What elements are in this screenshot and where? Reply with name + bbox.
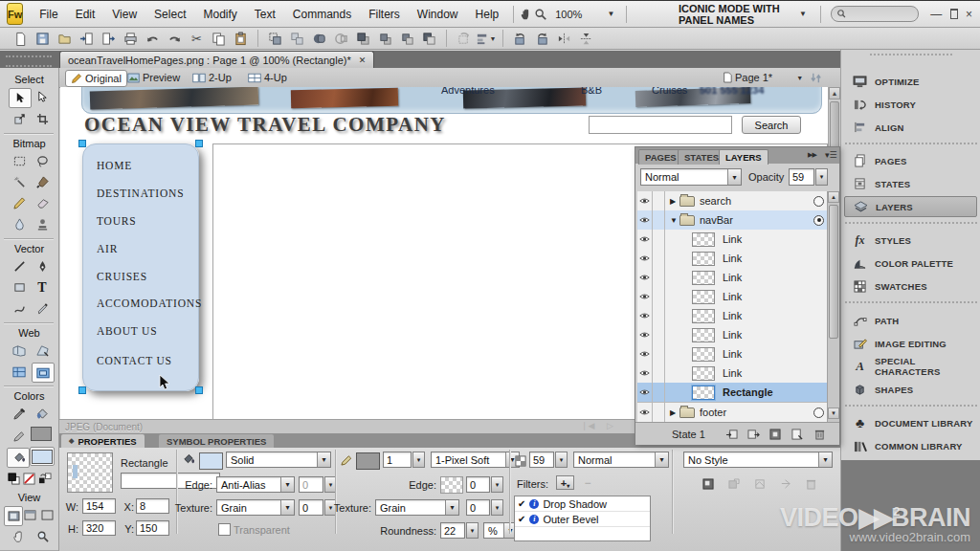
stroke-edge-stepper[interactable]: ▾ [491, 476, 503, 493]
menu-modify[interactable]: Modify [194, 1, 245, 27]
width-input[interactable]: 154 [82, 498, 116, 514]
banner-photo[interactable] [90, 87, 258, 109]
layer-row-link[interactable]: Link [637, 249, 827, 269]
rotate-cw-icon[interactable] [531, 30, 553, 47]
roundness-input[interactable]: 22 [440, 522, 465, 539]
knife-tool[interactable] [32, 299, 53, 318]
collapse-panel-icon[interactable]: ▶▶ [808, 151, 816, 159]
layer-radio[interactable] [813, 408, 824, 418]
nav-item-about-us[interactable]: ABOUT US [97, 325, 157, 337]
nav-item-destinations[interactable]: DESTINATIONS [97, 187, 184, 199]
line-tool[interactable] [9, 257, 30, 276]
rotate-ccw-icon[interactable] [509, 30, 531, 47]
lock-cell[interactable] [653, 191, 665, 210]
restore-button[interactable] [950, 9, 958, 19]
open-icon[interactable] [54, 30, 76, 47]
lock-cell[interactable] [653, 210, 665, 230]
standard-screen-mode[interactable] [4, 506, 23, 526]
close-button[interactable]: × [966, 8, 972, 21]
stroke-tip-size-input[interactable]: 1 [383, 452, 412, 468]
filter-row-outer-bevel[interactable]: ✔ i Outer Bevel [515, 512, 650, 527]
delete-layer-icon[interactable] [809, 426, 831, 443]
fill-category-select[interactable]: Solid [226, 452, 331, 468]
stroke-edge-amount[interactable]: 0 [466, 476, 490, 493]
tab-pages[interactable]: PAGES [638, 149, 683, 165]
workspace-dropdown-icon[interactable]: ▼ [799, 10, 807, 18]
paste-icon[interactable] [230, 30, 252, 47]
panel-grip[interactable] [870, 54, 952, 55]
fullscreen-menus-mode[interactable] [21, 506, 38, 524]
slice-tool[interactable] [9, 363, 30, 381]
blend-mode-select[interactable]: Normal [573, 452, 669, 468]
menu-help[interactable]: Help [467, 1, 508, 27]
selection-handle[interactable] [78, 386, 86, 394]
remove-filter-button[interactable]: − [581, 475, 594, 490]
y-input[interactable]: 150 [136, 520, 169, 536]
info-icon[interactable]: i [529, 499, 539, 509]
copy-to-states-icon[interactable] [721, 426, 743, 443]
distribute-to-states-icon[interactable] [743, 426, 765, 443]
collapse-icon[interactable]: ▼ [670, 216, 679, 225]
dock-pages[interactable]: PAGES [844, 150, 977, 171]
bring-forward-icon[interactable] [374, 30, 396, 47]
new-document-icon[interactable] [10, 30, 32, 47]
roundness-stepper[interactable]: ▾ [466, 522, 479, 539]
eye-icon[interactable] [637, 403, 653, 422]
page-selector[interactable]: Page 1* ▼ [718, 70, 808, 85]
fill-color-swatch[interactable] [30, 447, 55, 466]
site-search-input[interactable] [589, 116, 732, 134]
menu-filters[interactable]: Filters [360, 1, 409, 27]
zoom-tool-icon[interactable] [534, 6, 548, 23]
bring-to-front-icon[interactable] [352, 30, 374, 47]
expand-icon[interactable]: ▶ [670, 408, 679, 417]
zoom-level[interactable]: 100% [555, 9, 582, 20]
export-icon[interactable] [98, 30, 120, 47]
dock-states[interactable]: STATES [844, 173, 977, 194]
stroke-tip-stepper[interactable]: ▾ [412, 452, 425, 468]
dock-path[interactable]: PATH [844, 310, 977, 331]
menu-text[interactable]: Text [246, 1, 284, 27]
scroll-up-icon[interactable]: ▲ [829, 87, 840, 99]
eye-icon[interactable] [637, 325, 653, 344]
add-filter-button[interactable]: +▾ [556, 475, 574, 490]
new-sub-layer-icon[interactable] [765, 426, 787, 443]
layer-row-navbar[interactable]: ▼ navBar [637, 210, 827, 231]
dock-styles[interactable]: fxSTYLES [844, 230, 977, 251]
free-transform-icon[interactable] [453, 30, 475, 47]
show-slices-tool[interactable] [32, 363, 55, 383]
layer-row-link[interactable]: Link [637, 306, 827, 326]
opacity-input[interactable]: 59 [789, 168, 814, 186]
join-icon[interactable] [308, 30, 330, 47]
menu-file[interactable]: File [31, 1, 66, 27]
new-style-icon[interactable] [702, 476, 714, 494]
selection-handle[interactable] [78, 140, 86, 147]
filter-row-drop-shadow[interactable]: ✔ i Drop Shadow [515, 496, 650, 512]
default-colors-icon[interactable] [6, 470, 21, 488]
import-icon[interactable] [76, 30, 98, 47]
selection-handle[interactable] [195, 140, 203, 147]
nav-item-contact-us[interactable]: CONTACT US [97, 355, 172, 366]
nav-item-home[interactable]: HOME [97, 160, 132, 171]
eyedropper-tool[interactable] [9, 405, 30, 423]
view-tab-preview[interactable]: Preview [122, 70, 185, 85]
print-icon[interactable] [120, 30, 142, 47]
opacity-stepper[interactable]: ▾ [815, 168, 828, 186]
document-tab[interactable]: oceanTravelHomePages.png : Page 1 @ 100%… [59, 51, 374, 69]
banner[interactable]: Adventures B&B Cruises 501 555 1234 [81, 87, 822, 114]
dock-image-editing[interactable]: IMAGE EDITING [844, 333, 977, 354]
info-icon[interactable]: i [529, 515, 539, 524]
stroke-texture-amount[interactable]: 0 [466, 499, 490, 516]
app-search-input[interactable] [831, 6, 920, 22]
stroke-category-select[interactable]: 1-Pixel Soft [431, 452, 520, 468]
layer-row-rectangle-selected[interactable]: Rectangle [637, 383, 827, 403]
fill-bucket-icon[interactable] [182, 452, 195, 470]
nav-item-cruises[interactable]: CRUISES [97, 271, 147, 282]
nav-menu-rectangle[interactable]: HOME DESTINATIONS TOURS AIR CRUISES ACCO… [82, 143, 199, 391]
layer-row-link[interactable]: Link [637, 325, 827, 345]
text-tool[interactable]: T [32, 278, 53, 297]
layer-row-search[interactable]: ▶ search [637, 191, 827, 211]
align-icon[interactable]: ▼ [475, 30, 497, 47]
eye-icon[interactable] [637, 383, 653, 402]
group-icon[interactable] [264, 30, 286, 47]
tab-properties[interactable]: ◆ PROPERTIES [61, 434, 145, 448]
